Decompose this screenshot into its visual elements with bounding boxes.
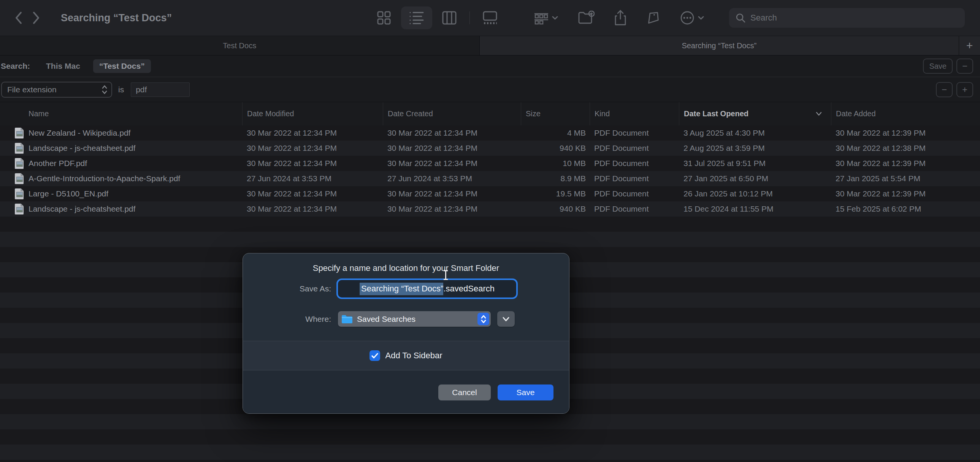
pdf-document-icon	[15, 204, 24, 215]
added-cell: 30 Mar 2022 at 12:39 PM	[831, 159, 980, 168]
name-cell: Large - D5100_EN.pdf	[0, 189, 242, 200]
pdf-document-icon	[15, 143, 24, 154]
where-popup-value: Saved Searches	[357, 314, 477, 324]
column-header-date-modified[interactable]: Date Modified	[242, 102, 383, 125]
modified-cell: 30 Mar 2022 at 12:34 PM	[242, 144, 383, 153]
table-row[interactable]: Another PDF.pdf30 Mar 2022 at 12:34 PM30…	[0, 156, 980, 171]
empty-row	[0, 414, 980, 429]
tab-searching-test-docs[interactable]: Searching “Test Docs”	[480, 36, 959, 55]
toolbar-search-input[interactable]: Search	[729, 8, 965, 28]
added-cell: 30 Mar 2022 at 12:39 PM	[831, 189, 980, 198]
opened-cell: 31 Jul 2025 at 9:51 PM	[679, 159, 831, 168]
scope-this-mac[interactable]: This Mac	[46, 62, 80, 71]
new-folder-button[interactable]	[578, 11, 595, 25]
size-cell: 8.9 MB	[521, 174, 590, 183]
column-header-label: Name	[29, 110, 49, 118]
group-by-icon	[534, 11, 549, 25]
more-actions-button[interactable]	[680, 10, 704, 25]
gallery-view-icon	[482, 11, 498, 25]
added-cell: 30 Mar 2022 at 12:39 PM	[831, 129, 980, 138]
expand-dialog-button[interactable]	[497, 311, 515, 327]
kind-cell: PDF Document	[590, 205, 679, 214]
filter-attribute-select[interactable]: File extension	[1, 82, 112, 98]
cancel-button[interactable]: Cancel	[438, 384, 491, 400]
where-popup-button[interactable]: Saved Searches	[338, 311, 491, 327]
view-switcher	[368, 6, 506, 29]
modified-cell: 30 Mar 2022 at 12:34 PM	[242, 129, 383, 138]
name-cell: A-Gentle-Introduction-to-Apache-Spark.pd…	[0, 173, 242, 184]
tab-bar: Test Docs Searching “Test Docs” +	[0, 36, 980, 56]
column-view-button[interactable]	[434, 6, 465, 29]
back-button[interactable]	[10, 7, 27, 29]
modified-cell: 30 Mar 2022 at 12:34 PM	[242, 205, 383, 214]
created-cell: 30 Mar 2022 at 12:34 PM	[383, 189, 521, 198]
size-cell: 4 MB	[521, 129, 590, 138]
opened-cell: 3 Aug 2025 at 4:30 PM	[679, 129, 831, 138]
grid-view-icon	[377, 11, 391, 25]
created-cell: 30 Mar 2022 at 12:34 PM	[383, 144, 521, 153]
save-search-button[interactable]: Save	[923, 59, 953, 74]
sort-chevron-down-icon	[816, 112, 822, 116]
column-header-size[interactable]: Size	[521, 102, 590, 125]
kind-cell: PDF Document	[590, 129, 679, 138]
plus-icon: +	[966, 39, 973, 52]
filename-input[interactable]: Searching “Test Docs”.savedSearch	[338, 280, 516, 297]
created-cell: 30 Mar 2022 at 12:34 PM	[383, 205, 521, 214]
file-name: Large - D5100_EN.pdf	[29, 189, 108, 198]
column-header-date-added[interactable]: Date Added	[831, 102, 980, 125]
folder-icon	[341, 314, 353, 324]
add-to-sidebar-checkbox[interactable]	[369, 350, 380, 361]
column-view-icon	[442, 11, 457, 25]
file-name: Another PDF.pdf	[29, 159, 87, 168]
column-header-label: Date Last Opened	[684, 110, 748, 118]
kind-cell: PDF Document	[590, 174, 679, 183]
table-row[interactable]: Landscape - js-cheatsheet.pdf30 Mar 2022…	[0, 202, 980, 217]
column-header-date-created[interactable]: Date Created	[383, 102, 521, 125]
table-row[interactable]: Landscape - js-cheatsheet.pdf30 Mar 2022…	[0, 141, 980, 156]
dialog-title: Specify a name and location for your Sma…	[243, 263, 569, 273]
file-name: New Zealand - Wikipedia.pdf	[29, 129, 130, 138]
save-as-row: Save As: Searching “Test Docs”.savedSear…	[243, 280, 516, 297]
column-header-label: Kind	[595, 110, 610, 118]
toolbar-actions	[534, 10, 704, 26]
chevron-left-icon	[14, 10, 24, 25]
group-by-button[interactable]	[534, 11, 558, 25]
column-header-label: Date Added	[836, 110, 876, 118]
table-row[interactable]: A-Gentle-Introduction-to-Apache-Spark.pd…	[0, 171, 980, 186]
column-header-date-last-opened[interactable]: Date Last Opened	[679, 102, 831, 125]
icon-view-button[interactable]	[368, 6, 399, 29]
pdf-document-icon	[15, 158, 24, 169]
tab-test-docs[interactable]: Test Docs	[0, 36, 480, 55]
empty-row	[0, 232, 980, 247]
tab-label: Searching “Test Docs”	[682, 41, 756, 50]
size-cell: 10 MB	[521, 159, 590, 168]
remove-criterion-button[interactable]: −	[936, 82, 953, 97]
list-view-button[interactable]	[401, 6, 432, 29]
column-header-name[interactable]: Name	[0, 102, 242, 125]
remove-search-button[interactable]: −	[956, 59, 973, 74]
created-cell: 30 Mar 2022 at 12:34 PM	[383, 129, 521, 138]
new-tab-button[interactable]: +	[959, 36, 980, 55]
window-title: Searching “Test Docs”	[61, 12, 172, 24]
chevron-right-icon	[31, 10, 41, 25]
column-header-kind[interactable]: Kind	[590, 102, 679, 125]
size-cell: 940 KB	[521, 205, 590, 214]
share-button[interactable]	[614, 10, 627, 26]
column-header-row: NameDate ModifiedDate CreatedSizeKindDat…	[0, 102, 980, 125]
filter-value-input[interactable]	[131, 83, 190, 97]
forward-button[interactable]	[27, 7, 45, 29]
scope-test-docs[interactable]: “Test Docs”	[93, 59, 151, 73]
table-row[interactable]: New Zealand - Wikipedia.pdf30 Mar 2022 a…	[0, 125, 980, 141]
add-criterion-button[interactable]: +	[956, 82, 973, 97]
name-cell: Landscape - js-cheatsheet.pdf	[0, 143, 242, 154]
tag-button[interactable]	[646, 10, 660, 25]
gallery-view-button[interactable]	[474, 6, 506, 29]
filename-selected-text: Searching “Test Docs”	[360, 283, 443, 295]
save-button[interactable]: Save	[498, 384, 554, 400]
chevron-down-icon	[502, 316, 510, 322]
where-row: Where: Saved Searches	[243, 311, 515, 327]
modified-cell: 30 Mar 2022 at 12:34 PM	[242, 189, 383, 198]
chevron-down-icon	[552, 16, 558, 20]
table-row[interactable]: Large - D5100_EN.pdf30 Mar 2022 at 12:34…	[0, 186, 980, 202]
add-to-sidebar-label: Add To Sidebar	[385, 351, 442, 360]
